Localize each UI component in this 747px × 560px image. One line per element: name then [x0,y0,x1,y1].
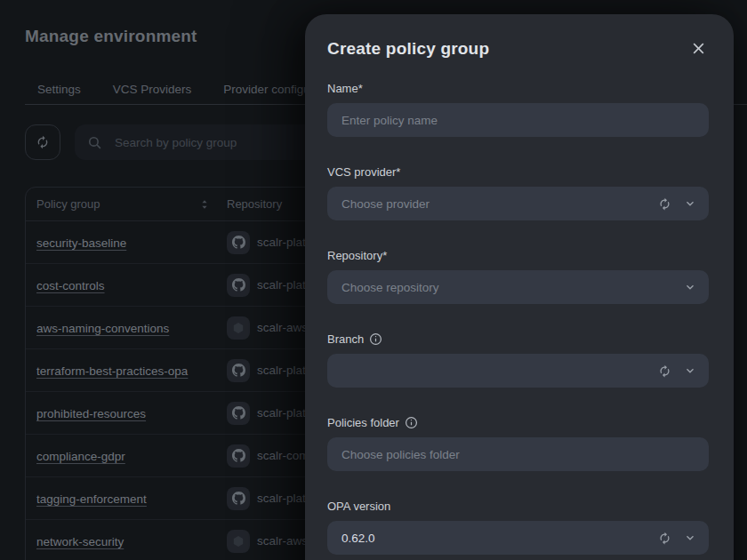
opa-version-value: 0.62.0 [341,532,658,545]
info-icon[interactable] [369,332,382,346]
chevron-down-icon [684,197,696,210]
name-label: Name* [327,82,709,95]
screen: Manage environment Settings VCS Provider… [0,0,747,560]
refresh-icon[interactable] [658,532,671,545]
repository-select[interactable]: Choose repository [327,270,709,304]
close-icon [691,41,706,56]
branch-select[interactable] [327,354,709,388]
name-input[interactable] [341,114,696,127]
close-button[interactable] [687,37,709,59]
repository-label: Repository* [327,249,709,262]
policies-folder-label: Policies folder [327,416,709,429]
info-icon[interactable] [405,416,418,429]
chevron-down-icon [684,364,696,377]
create-policy-group-modal: Create policy group Name* VCS provider* … [305,14,734,560]
refresh-icon[interactable] [658,364,671,378]
repository-placeholder: Choose repository [341,281,684,294]
branch-label-text: Branch [327,332,364,346]
vcs-provider-placeholder: Choose provider [341,197,658,211]
opa-version-select[interactable]: 0.62.0 [327,521,709,555]
policies-folder-input[interactable] [341,448,696,461]
modal-title: Create policy group [327,39,489,59]
chevron-down-icon [684,532,696,544]
policies-folder-label-text: Policies folder [327,416,399,429]
chevron-down-icon [684,281,696,293]
vcs-provider-label: VCS provider* [327,165,709,179]
vcs-provider-select[interactable]: Choose provider [327,187,709,220]
branch-label: Branch [327,332,709,346]
refresh-icon[interactable] [658,197,671,211]
opa-version-label: OPA version [327,500,709,513]
